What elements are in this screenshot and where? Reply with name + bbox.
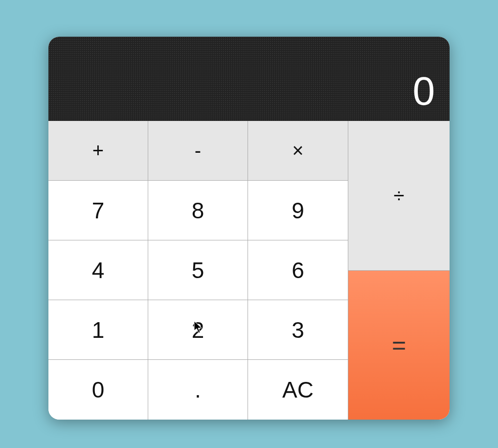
keypad: + - × 7 8 9 4 5 6 1 2 3 0 . AC: [48, 121, 450, 420]
keypad-right: ÷ =: [348, 121, 450, 420]
display: 0: [48, 37, 450, 121]
digit-6-button[interactable]: 6: [248, 240, 348, 300]
digit-3-button[interactable]: 3: [248, 300, 348, 360]
multiply-button[interactable]: ×: [248, 121, 348, 181]
divide-button[interactable]: ÷: [348, 121, 450, 271]
num-row-789: 7 8 9: [48, 181, 348, 240]
num-row-bottom: 0 . AC: [48, 360, 348, 420]
digit-5-button[interactable]: 5: [148, 240, 248, 300]
display-value: 0: [412, 68, 435, 114]
digit-1-button[interactable]: 1: [48, 300, 148, 360]
num-row-123: 1 2 3: [48, 300, 348, 360]
digit-4-button[interactable]: 4: [48, 240, 148, 300]
digit-2-button[interactable]: 2: [148, 300, 248, 360]
num-row-456: 4 5 6: [48, 240, 348, 300]
subtract-button[interactable]: -: [148, 121, 248, 181]
digit-8-button[interactable]: 8: [148, 181, 248, 240]
equals-button[interactable]: =: [348, 271, 450, 420]
digit-0-button[interactable]: 0: [48, 360, 148, 420]
add-button[interactable]: +: [48, 121, 148, 181]
decimal-button[interactable]: .: [148, 360, 248, 420]
keypad-left: + - × 7 8 9 4 5 6 1 2 3 0 . AC: [48, 121, 348, 420]
calculator-app: 0 + - × 7 8 9 4 5 6 1 2 3: [48, 37, 450, 420]
digit-7-button[interactable]: 7: [48, 181, 148, 240]
digit-9-button[interactable]: 9: [248, 181, 348, 240]
operator-row: + - ×: [48, 121, 348, 181]
all-clear-button[interactable]: AC: [248, 360, 348, 420]
